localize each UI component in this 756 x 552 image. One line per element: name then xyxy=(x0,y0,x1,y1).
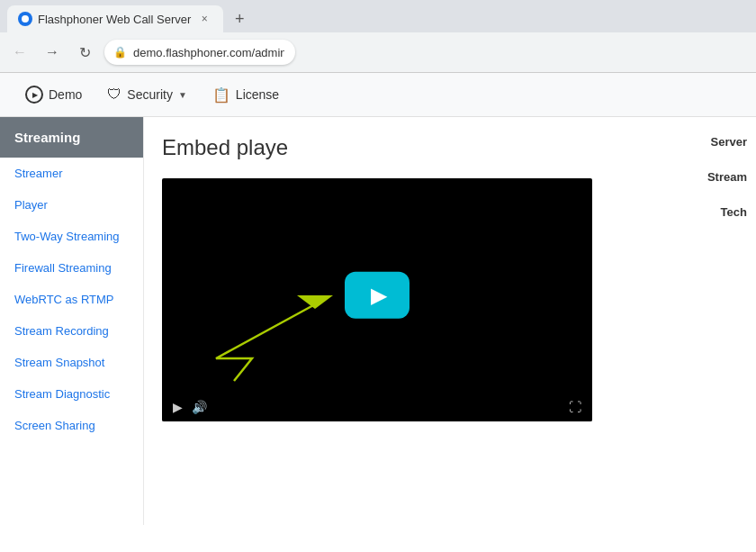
sidebar-item-stream-snapshot[interactable]: Stream Snapshot xyxy=(0,347,143,378)
right-stream-label: Stream xyxy=(657,170,747,184)
forward-button[interactable]: → xyxy=(40,40,65,65)
demo-icon xyxy=(25,86,43,104)
address-wrapper: 🔒 xyxy=(104,40,749,65)
video-play-control[interactable]: ▶ xyxy=(173,400,183,414)
nav-security[interactable]: 🛡 Security ▼ xyxy=(96,81,197,108)
address-bar: ← → ↻ 🔒 xyxy=(0,32,756,72)
tab-bar: Flashphoner Web Call Server × + xyxy=(0,0,756,32)
security-label: Security xyxy=(127,87,173,102)
right-tech-label: Tech xyxy=(657,205,747,219)
security-dropdown-arrow: ▼ xyxy=(178,90,187,100)
refresh-button[interactable]: ↻ xyxy=(72,40,97,65)
tab-close-button[interactable]: × xyxy=(196,11,212,27)
lock-icon: 🔒 xyxy=(113,46,127,59)
sidebar-item-stream-recording[interactable]: Stream Recording xyxy=(0,315,143,347)
embed-player-title: Embed playe xyxy=(162,135,630,160)
license-label: License xyxy=(236,87,279,102)
tab-title: Flashphoner Web Call Server xyxy=(38,13,191,26)
demo-label: Demo xyxy=(49,87,82,102)
video-fullscreen-control[interactable]: ⛶ xyxy=(569,400,581,414)
video-play-button[interactable] xyxy=(345,272,410,319)
license-icon: 📋 xyxy=(212,86,230,104)
sidebar-item-stream-diagnostic[interactable]: Stream Diagnostic xyxy=(0,378,143,410)
video-controls-bar: ▶ 🔊 ⛶ xyxy=(162,393,592,421)
back-button[interactable]: ← xyxy=(7,40,32,65)
sidebar: Streaming Streamer Player Two-Way Stream… xyxy=(0,117,144,525)
svg-marker-0 xyxy=(297,295,333,309)
nav-license[interactable]: 📋 License xyxy=(202,81,290,109)
browser-chrome: Flashphoner Web Call Server × + ← → ↻ 🔒 xyxy=(0,0,756,73)
video-player[interactable]: ▶ 🔊 ⛶ xyxy=(162,178,592,421)
nav-demo[interactable]: Demo xyxy=(14,80,93,109)
security-icon: 🛡 xyxy=(107,86,122,103)
sidebar-item-webrtc-rtmp[interactable]: WebRTC as RTMP xyxy=(0,284,143,315)
main-content: Embed playe ▶ 🔊 ⛶ xyxy=(144,117,648,525)
new-tab-button[interactable]: + xyxy=(227,6,252,32)
sidebar-active-streaming[interactable]: Streaming xyxy=(0,117,143,158)
sidebar-item-two-way[interactable]: Two-Way Streaming xyxy=(0,221,143,252)
sidebar-item-firewall[interactable]: Firewall Streaming xyxy=(0,252,143,284)
video-mute-control[interactable]: 🔊 xyxy=(192,400,207,414)
right-server-label: Server xyxy=(657,135,747,149)
sidebar-item-streamer[interactable]: Streamer xyxy=(0,158,143,189)
app-bar: Demo 🛡 Security ▼ 📋 License xyxy=(0,73,756,117)
sidebar-item-screen-sharing[interactable]: Screen Sharing xyxy=(0,410,143,441)
sidebar-streaming-label: Streaming xyxy=(14,130,80,145)
main-layout: Streaming Streamer Player Two-Way Stream… xyxy=(0,117,756,525)
browser-tab[interactable]: Flashphoner Web Call Server × xyxy=(7,5,223,32)
sidebar-item-player[interactable]: Player xyxy=(0,189,143,221)
address-input[interactable] xyxy=(104,40,295,65)
right-panel: Server Stream Tech xyxy=(648,117,756,525)
tab-favicon-icon xyxy=(18,12,32,26)
